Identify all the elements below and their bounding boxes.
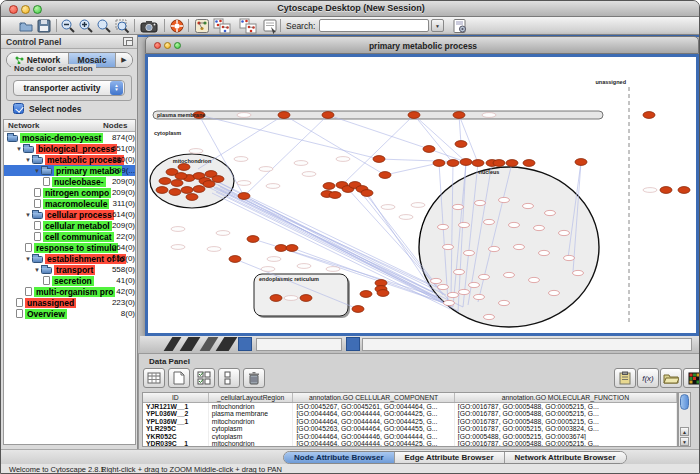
table-row[interactable]: YLR295Ccytoplasm[GO:0045263, GO:0044464,… (143, 425, 677, 432)
graph-node-small[interactable] (454, 269, 465, 274)
tree-row[interactable]: ▼cellular process614(0) (4, 209, 135, 220)
graph-node[interactable] (460, 159, 472, 166)
attribute-table-header[interactable]: ID_cellularLayoutRegionannotation.GO CEL… (143, 393, 677, 403)
graph-node[interactable] (423, 146, 435, 153)
graph-node-small[interactable] (509, 222, 520, 227)
graph-node[interactable] (203, 181, 215, 188)
graph-edge[interactable] (244, 115, 328, 196)
graph-node[interactable] (300, 295, 312, 302)
graph-node-small[interactable] (484, 219, 495, 224)
merge-networks-alt-icon[interactable] (239, 18, 257, 34)
tree-row[interactable]: cell communicat22(0) (4, 231, 135, 242)
network-window-titlebar[interactable]: primary metabolic process (145, 36, 699, 54)
matrix-view-icon[interactable] (683, 368, 700, 388)
column-header[interactable]: _cellularLayoutRegion (209, 393, 294, 402)
graph-node[interactable] (408, 112, 420, 119)
tree-row[interactable]: response to stimulu264(0) (4, 242, 135, 253)
tree-header[interactable]: Network Nodes (4, 120, 135, 132)
graph-node-small[interactable] (545, 210, 556, 215)
graph-edge[interactable] (385, 163, 439, 175)
graph-node[interactable] (678, 187, 690, 194)
graph-node-small[interactable] (459, 289, 470, 294)
graph-node-small[interactable] (475, 200, 486, 205)
graph-node[interactable] (175, 173, 187, 180)
graph-edge[interactable] (414, 115, 453, 163)
save-icon[interactable] (35, 18, 53, 34)
column-header[interactable]: annotation.GO MOLECULAR_FUNCTION (455, 393, 677, 402)
graph-node[interactable] (238, 193, 250, 200)
graph-node-small[interactable] (474, 294, 485, 299)
delete-attribute-icon[interactable] (243, 368, 265, 388)
tree-row[interactable]: multi-organism pro42(0) (4, 286, 135, 297)
graph-node[interactable] (361, 190, 373, 197)
table-row[interactable]: YPL036W__1mitochondrion[GO:0044464, GO:0… (143, 418, 677, 425)
search-dropdown-button[interactable]: ▼ (431, 19, 444, 32)
graph-edge[interactable] (414, 115, 466, 162)
graph-node-small[interactable] (539, 250, 550, 255)
expand-icon[interactable]: ▼ (25, 212, 31, 218)
graph-node-small[interactable] (431, 278, 442, 283)
graph-node-small[interactable] (484, 314, 495, 319)
attribute-grid-icon[interactable] (143, 368, 165, 388)
graph-node-small[interactable] (444, 300, 455, 305)
graph-edge[interactable] (459, 115, 478, 163)
table-row[interactable]: YDR039C__1mitochondrion[GO:0044464, GO:0… (143, 440, 677, 447)
graph-node-small[interactable] (459, 222, 470, 227)
graph-node-small[interactable] (438, 224, 449, 229)
table-row[interactable]: YPL036W__2plasma membrane[GO:0044464, GO… (143, 410, 677, 417)
graph-node[interactable] (178, 164, 190, 171)
attribute-table[interactable]: ID_cellularLayoutRegionannotation.GO CEL… (142, 392, 678, 447)
graph-node[interactable] (377, 290, 389, 297)
graph-node[interactable] (212, 176, 224, 183)
node-color-combobox[interactable]: transporter activity ▲▼ (13, 80, 125, 96)
graph-node-small[interactable] (469, 282, 480, 287)
graph-node-small[interactable] (534, 225, 545, 230)
table-scrollbar[interactable]: ▲ ▼ (678, 392, 691, 447)
graph-node[interactable] (360, 291, 372, 298)
graph-node[interactable] (379, 172, 391, 179)
table-row[interactable]: YJR121W__1mitochondrion[GO:0045267, GO:0… (143, 403, 677, 410)
graph-node[interactable] (181, 187, 193, 194)
graph-node-small[interactable] (448, 292, 459, 297)
graph-node[interactable] (322, 112, 334, 119)
unselect-attributes-icon[interactable] (218, 368, 240, 388)
graph-node[interactable] (506, 160, 518, 167)
search-input[interactable] (319, 19, 429, 32)
graph-node-small[interactable] (549, 290, 560, 295)
graph-edge[interactable] (429, 149, 466, 162)
select-attributes-icon[interactable] (193, 368, 215, 388)
graph-edge[interactable] (328, 115, 429, 149)
graph-node[interactable] (575, 159, 587, 166)
tree-row[interactable]: secretion41(0) (4, 275, 135, 286)
expand-icon[interactable]: ▼ (34, 168, 40, 174)
graph-node-small[interactable] (438, 284, 449, 289)
graph-node[interactable] (643, 112, 655, 119)
graph-node[interactable] (323, 183, 335, 190)
graph-node-small[interactable] (504, 272, 515, 277)
graph-node[interactable] (329, 192, 341, 199)
tree-row[interactable]: ▼establishment of lo558(0) (4, 253, 135, 264)
table-row[interactable]: YKR052Ccytoplasm[GO:0044464, GO:0044446,… (143, 433, 677, 440)
graph-edge[interactable] (342, 115, 414, 185)
graph-node-small[interactable] (564, 255, 575, 260)
graph-node[interactable] (493, 160, 505, 167)
graph-node[interactable] (169, 189, 181, 196)
graph-node[interactable] (278, 112, 290, 119)
graph-node-small[interactable] (559, 230, 570, 235)
tab-node-attribute-browser[interactable]: Node Attribute Browser (284, 452, 395, 463)
new-attribute-icon[interactable] (168, 368, 190, 388)
graph-node-small[interactable] (514, 244, 525, 249)
scroll-down-icon[interactable]: ▼ (680, 437, 689, 446)
graph-node-small[interactable] (489, 246, 500, 251)
float-panel-icon[interactable] (123, 37, 133, 46)
graph-node[interactable] (229, 256, 241, 263)
import-attributes-icon[interactable] (451, 18, 469, 34)
graph-node[interactable] (156, 187, 168, 194)
graph-node[interactable] (433, 160, 445, 167)
expand-icon[interactable]: ▼ (25, 157, 31, 163)
graph-node-small[interactable] (479, 274, 490, 279)
graph-node[interactable] (660, 187, 672, 194)
zoom-out-icon[interactable] (59, 18, 77, 34)
graph-node[interactable] (193, 186, 205, 193)
tree-row[interactable]: nitrogen compo209(0) (4, 187, 135, 198)
